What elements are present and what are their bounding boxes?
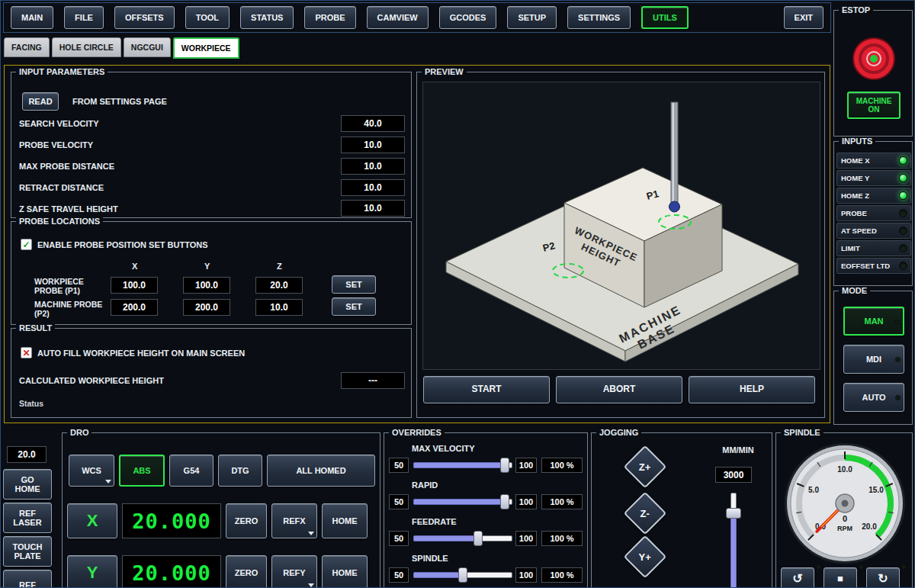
mode-man-button[interactable]: MAN (843, 307, 904, 336)
touch-plate-button[interactable]: TOUCH PLATE (3, 536, 52, 567)
jog-z-plus-button[interactable]: Z+ (624, 445, 667, 489)
feedrate-min-button[interactable]: 50 (389, 531, 409, 546)
p1-set-button[interactable]: SET (332, 275, 376, 294)
touchplate-height-field[interactable]: 20.0 (7, 446, 47, 463)
jog-rate-slider[interactable] (726, 493, 741, 588)
home-y-led (899, 174, 907, 182)
nav-tool[interactable]: TOOL (185, 6, 230, 29)
nav-offsets[interactable]: OFFSETS (114, 6, 175, 29)
col-z-header: Z (277, 262, 282, 272)
spindle-stop-button[interactable]: ■ (824, 567, 857, 588)
tab-ngcgui[interactable]: NGCGUI (124, 37, 171, 57)
p2-set-button[interactable]: SET (332, 297, 376, 316)
zero-y-button[interactable]: ZERO (226, 555, 267, 588)
spindle-cw-led (901, 564, 907, 570)
nav-file[interactable]: FILE (64, 6, 104, 29)
group-title: PREVIEW (422, 67, 467, 77)
nav-utils[interactable]: UTILS (641, 6, 689, 29)
rapid-max-button[interactable]: 100 (515, 494, 537, 509)
spindle-cw-button[interactable]: ↻ (866, 567, 900, 588)
slider-handle[interactable] (474, 531, 483, 546)
nav-probe[interactable]: PROBE (304, 6, 355, 29)
feedrate-slider[interactable] (413, 531, 512, 546)
spindle-max-button[interactable]: 100 (515, 567, 537, 583)
jog-y-plus-button[interactable]: Y+ (624, 535, 667, 579)
autofill-checkbox[interactable]: ✕ (21, 347, 32, 358)
slider-handle[interactable] (726, 508, 741, 519)
p1-z-field[interactable]: 20.0 (255, 277, 303, 294)
g54-button[interactable]: G54 (169, 455, 214, 487)
input-probe: PROBE (836, 205, 911, 221)
go-home-button[interactable]: GO HOME (3, 469, 52, 500)
home-z-led (899, 191, 907, 200)
tab-hole-circle[interactable]: HOLE CIRCLE (52, 37, 121, 57)
slider-handle[interactable] (458, 567, 467, 583)
max-probe-distance-field[interactable]: 10.0 (341, 158, 405, 175)
machine-on-button[interactable]: MACHINE ON (847, 92, 901, 119)
zero-x-button[interactable]: ZERO (226, 503, 267, 538)
mode-auto-button[interactable]: AUTO (843, 383, 904, 412)
p2-y-field[interactable]: 200.0 (183, 299, 230, 316)
home-y-button[interactable]: HOME (322, 555, 368, 588)
mdi-led (895, 357, 901, 362)
axis-y-button[interactable]: Y (67, 555, 117, 588)
wcs-button[interactable]: WCS (69, 455, 114, 487)
retract-distance-field[interactable]: 10.0 (341, 179, 405, 196)
p1-y-field[interactable]: 100.0 (183, 277, 230, 294)
exit-button[interactable]: EXIT (784, 6, 824, 29)
search-velocity-field[interactable]: 40.0 (341, 115, 405, 132)
read-button[interactable]: READ (22, 92, 59, 111)
dtg-button[interactable]: DTG (218, 455, 262, 487)
group-title: OVERRIDES (389, 428, 445, 438)
z-safe-travel-field[interactable]: 10.0 (341, 200, 405, 217)
spindle-min-button[interactable]: 50 (389, 567, 409, 583)
abs-button[interactable]: ABS (119, 455, 165, 487)
p2-z-field[interactable]: 10.0 (255, 299, 303, 316)
nav-setup[interactable]: SETUP (507, 6, 557, 29)
enable-set-buttons-checkbox[interactable]: ✓ (21, 239, 32, 250)
mode-group: MODE MAN MDI AUTO (833, 291, 913, 425)
max-velocity-min-button[interactable]: 50 (389, 458, 409, 473)
rapid-slider[interactable] (413, 494, 512, 509)
util-tabs: FACING HOLE CIRCLE NGCGUI WORKPIECE (4, 37, 239, 59)
tab-workpiece[interactable]: WORKPIECE (173, 37, 239, 59)
input-label: EOFFSET LTD (841, 262, 890, 270)
spindle-ovr-label: SPINDLE (412, 554, 448, 564)
slider-handle[interactable] (500, 494, 509, 509)
spindle-ccw-button[interactable]: ↺ (781, 567, 814, 588)
max-velocity-max-button[interactable]: 100 (515, 458, 537, 473)
feedrate-max-button[interactable]: 100 (515, 531, 537, 546)
probe-locations-group: PROBE LOCATIONS ✓ ENABLE PROBE POSITION … (11, 221, 412, 325)
ref-button[interactable]: REF (3, 570, 52, 588)
input-home-x: HOME X (836, 153, 911, 169)
slider-handle[interactable] (500, 458, 509, 473)
rapid-min-button[interactable]: 50 (389, 494, 409, 509)
tab-facing[interactable]: FACING (4, 37, 50, 57)
nav-main[interactable]: MAIN (11, 6, 53, 29)
max-velocity-slider[interactable] (413, 458, 512, 473)
nav-camview[interactable]: CAMVIEW (367, 6, 429, 29)
nav-gcodes[interactable]: GCODES (439, 6, 497, 29)
ref-x-button[interactable]: REFX (271, 503, 317, 538)
nav-settings[interactable]: SETTINGS (567, 6, 631, 29)
axis-x-button[interactable]: X (67, 503, 117, 538)
home-x-led (899, 156, 907, 165)
col-x-header: X (132, 262, 137, 272)
ref-laser-button[interactable]: REF LASER (3, 503, 52, 533)
mode-mdi-button[interactable]: MDI (843, 345, 904, 374)
estop-button[interactable] (852, 37, 896, 81)
ref-y-button[interactable]: REFY (271, 555, 317, 588)
all-homed-button[interactable]: ALL HOMED (267, 455, 375, 487)
start-button[interactable]: START (423, 376, 550, 403)
p1-x-field[interactable]: 100.0 (111, 277, 158, 294)
input-parameters-group: INPUT PARAMETERS READ FROM SETTINGS PAGE… (11, 72, 412, 218)
abort-button[interactable]: ABORT (556, 376, 682, 403)
help-button[interactable]: HELP (689, 376, 815, 403)
x-dro-readout: 20.000 (122, 503, 221, 538)
p2-x-field[interactable]: 200.0 (111, 299, 158, 316)
jog-z-minus-button[interactable]: Z- (624, 492, 667, 535)
home-x-button[interactable]: HOME (322, 503, 368, 538)
spindle-slider[interactable] (413, 567, 512, 583)
probe-velocity-field[interactable]: 10.0 (341, 137, 405, 153)
nav-status[interactable]: STATUS (240, 6, 294, 29)
